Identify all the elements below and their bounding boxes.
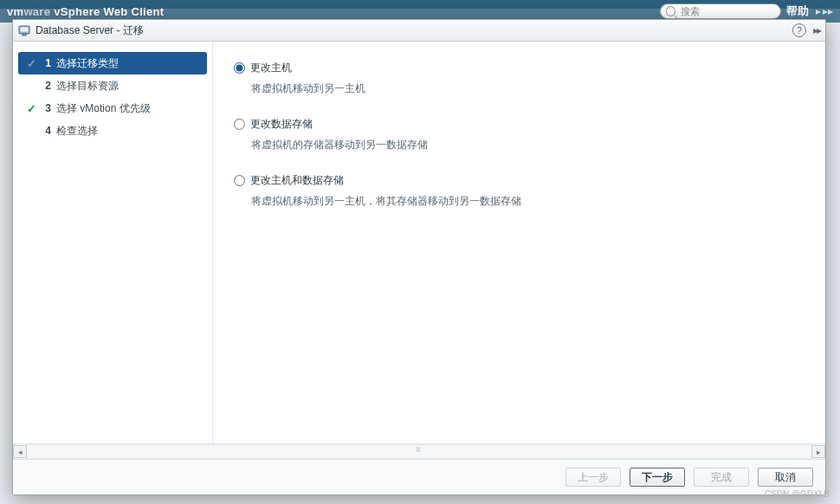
topbar-help-label[interactable]: 帮助 <box>786 3 809 19</box>
step-label: 检查选择 <box>56 124 98 139</box>
wizard-content: 更改主机将虚拟机移动到另一主机更改数据存储将虚拟机的存储器移动到另一数据存储更改… <box>213 42 825 443</box>
step-number: 3 <box>41 102 51 114</box>
next-button[interactable]: 下一步 <box>630 468 685 487</box>
check-icon: ✓ <box>25 57 37 70</box>
wizard-step-1[interactable]: ✓1选择迁移类型 <box>18 52 207 74</box>
wizard-step-3[interactable]: ✓3选择 vMotion 优先级 <box>13 97 212 120</box>
step-label: 选择目标资源 <box>56 79 119 94</box>
option-description: 将虚拟机移动到另一主机 <box>251 81 808 96</box>
scroll-track[interactable]: ⠿ <box>27 444 811 459</box>
option-label[interactable]: 更改主机 <box>250 61 292 75</box>
back-button[interactable]: 上一步 <box>565 468 621 487</box>
global-search[interactable] <box>660 3 781 19</box>
dialog-help-icon[interactable]: ? <box>792 23 806 37</box>
vm-icon <box>18 24 30 36</box>
chevron-double-right-icon[interactable]: ▸▸ <box>823 5 833 17</box>
step-label: 选择迁移类型 <box>56 56 119 71</box>
radio-opt-host-ds[interactable] <box>234 175 245 186</box>
radio-opt-ds[interactable] <box>234 119 245 130</box>
finish-button[interactable]: 完成 <box>694 468 749 487</box>
option-opt-host-ds[interactable]: 更改主机和数据存储 <box>234 173 808 188</box>
search-icon <box>666 6 675 16</box>
scroll-right-button[interactable]: ▸ <box>811 445 825 458</box>
check-icon: ✓ <box>25 102 37 115</box>
cancel-button[interactable]: 取消 <box>758 468 813 487</box>
option-label[interactable]: 更改主机和数据存储 <box>250 173 344 188</box>
chevron-right-icon[interactable]: ▸ <box>816 5 821 17</box>
migrate-dialog: Database Server - 迁移 ? ▸▸ ✓1选择迁移类型2选择目标资… <box>12 19 826 495</box>
radio-opt-host[interactable] <box>234 62 245 74</box>
dialog-title: Database Server - 迁移 <box>36 23 144 38</box>
option-description: 将虚拟机的存储器移动到另一数据存储 <box>251 137 808 152</box>
step-label: 选择 vMotion 优先级 <box>56 101 151 116</box>
wizard-step-4[interactable]: 4检查选择 <box>13 120 212 142</box>
step-number: 1 <box>41 57 51 69</box>
option-label[interactable]: 更改数据存储 <box>250 117 313 132</box>
dialog-footer: 上一步 下一步 完成 取消 <box>13 459 825 494</box>
step-number: 2 <box>41 80 51 92</box>
search-input[interactable] <box>679 5 775 17</box>
wizard-nav: ✓1选择迁移类型2选择目标资源✓3选择 vMotion 优先级4检查选择 <box>13 42 213 443</box>
dialog-body: ✓1选择迁移类型2选择目标资源✓3选择 vMotion 优先级4检查选择 更改主… <box>13 42 825 443</box>
scroll-left-button[interactable]: ◂ <box>13 445 27 458</box>
option-opt-host[interactable]: 更改主机 <box>234 61 808 75</box>
dialog-header: Database Server - 迁移 ? ▸▸ <box>13 20 825 42</box>
svg-rect-2 <box>23 34 26 36</box>
option-description: 将虚拟机移动到另一主机，将其存储器移动到另一数据存储 <box>251 193 808 209</box>
scroll-grip-icon: ⠿ <box>416 447 423 455</box>
product-title: vmware vSphere Web Client <box>7 5 164 18</box>
horizontal-scrollbar[interactable]: ◂ ⠿ ▸ <box>13 443 825 459</box>
option-opt-ds[interactable]: 更改数据存储 <box>234 117 808 132</box>
svg-rect-1 <box>21 28 29 32</box>
wizard-step-2[interactable]: 2选择目标资源 <box>13 74 212 97</box>
collapse-icon[interactable]: ▸▸ <box>813 24 820 36</box>
step-number: 4 <box>41 125 51 137</box>
